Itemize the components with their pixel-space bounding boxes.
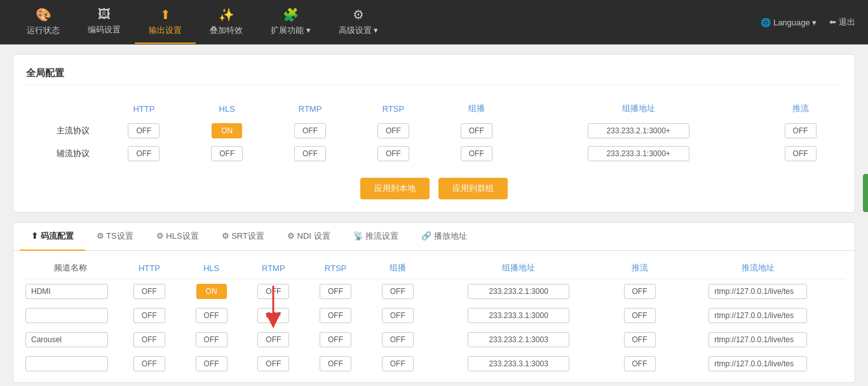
tab-hls-settings[interactable]: ⚙ HLS设置 (145, 223, 210, 251)
ch-rtsp-toggle-3[interactable]: OFF (320, 356, 351, 371)
ch-rtsp-toggle-2[interactable]: OFF (320, 332, 351, 347)
ch-push-url-1[interactable] (709, 308, 807, 323)
ch-push-toggle-2[interactable]: OFF (624, 332, 656, 347)
ch-rtsp-toggle-0[interactable]: OFF (320, 284, 351, 299)
ch-rtmp-toggle-2[interactable]: OFF (257, 332, 289, 347)
ch-col-name: 频道名称 (23, 257, 118, 279)
ch-http-toggle-2[interactable]: OFF (133, 332, 165, 347)
ch-hls-toggle-1[interactable]: OFF (196, 308, 227, 323)
ch-multicast-addr-3[interactable] (468, 356, 569, 371)
ch-rtmp-toggle-1[interactable]: OFF (257, 308, 289, 323)
ch-col-rtsp: RTSP (304, 257, 367, 279)
sub-multicast-addr[interactable] (588, 146, 689, 161)
sub-multicast-toggle[interactable]: OFF (461, 146, 492, 161)
tab-push-settings[interactable]: 📡 推流设置 (342, 223, 410, 251)
channel-name-input-3[interactable] (25, 356, 108, 371)
ch-multicast-toggle-2[interactable]: OFF (382, 332, 414, 347)
sub-rtmp-toggle[interactable]: OFF (294, 146, 326, 161)
tab-bitrate-config[interactable]: ⬆ 码流配置 (20, 223, 85, 251)
sub-push-toggle[interactable]: OFF (785, 146, 817, 161)
ch-col-hls: HLS (180, 257, 243, 279)
signal-tab-icon: 📡 (353, 231, 366, 241)
gear-icon: ⚙ (353, 7, 364, 22)
ch-rtsp-toggle-1[interactable]: OFF (320, 308, 351, 323)
channel-name-input-2[interactable] (25, 332, 108, 347)
table-row: 辅流协议 OFF OFF OFF OFF OFF OFF (26, 142, 842, 165)
table-row: OFFOFFOFFOFFOFFOFF (23, 352, 845, 376)
tab-srt-settings[interactable]: ⚙ SRT设置 (210, 223, 276, 251)
upload-icon: ⬆ (160, 7, 171, 22)
global-protocol-table: HTTP HLS RTMP RTSP 组播 组播地址 推流 主流协议 OFF O… (26, 98, 842, 165)
nav-add-effects[interactable]: ✨ 叠加特效 (196, 1, 257, 44)
sub-rtsp-toggle[interactable]: OFF (377, 146, 409, 161)
main-rtmp-toggle[interactable]: OFF (294, 123, 326, 138)
main-multicast-addr[interactable] (588, 123, 689, 138)
ch-push-toggle-0[interactable]: OFF (624, 284, 656, 299)
tab-ndi-settings[interactable]: ⚙ NDI 设置 (276, 223, 342, 251)
ch-col-http: HTTP (118, 257, 180, 279)
gear-tab-icon-srt: ⚙ (222, 231, 232, 241)
puzzle-icon: 🧩 (283, 7, 299, 22)
channel-table: 频道名称 HTTP HLS RTMP RTSP 组播 组播地址 推流 推流地址 … (23, 257, 845, 376)
sub-hls-toggle[interactable]: OFF (211, 146, 243, 161)
nav-right: 🌐 Language ▾ ⬅ 退出 (761, 17, 855, 28)
ch-http-toggle-0[interactable]: OFF (133, 284, 165, 299)
ch-push-url-2[interactable] (709, 332, 807, 347)
ch-rtmp-toggle-0[interactable]: OFF (257, 284, 289, 299)
link-tab-icon: 🔗 (421, 231, 434, 241)
ch-col-rtmp: RTMP (242, 257, 304, 279)
ch-push-url-0[interactable] (709, 284, 807, 299)
main-multicast-toggle[interactable]: OFF (461, 123, 492, 138)
tab-ts-settings[interactable]: ⚙ TS设置 (85, 223, 145, 251)
image-icon: 🖼 (98, 7, 111, 22)
ch-multicast-addr-2[interactable] (468, 332, 569, 347)
global-config-card: 全局配置 HTTP HLS RTMP RTSP 组播 组播地址 推流 主流协议 (13, 54, 855, 213)
ch-multicast-addr-1[interactable] (468, 308, 569, 323)
channel-name-input-0[interactable] (25, 284, 108, 299)
col-push: 推流 (759, 98, 842, 119)
scrollbar[interactable] (863, 174, 868, 212)
nav-encode-settings[interactable]: 🖼 编码设置 (74, 1, 135, 44)
main-rtsp-toggle[interactable]: OFF (377, 123, 409, 138)
nav-advanced-settings[interactable]: ⚙ 高级设置 ▾ (325, 1, 393, 44)
main-http-toggle[interactable]: OFF (128, 123, 159, 138)
ch-http-toggle-3[interactable]: OFF (133, 356, 165, 371)
ch-rtmp-toggle-3[interactable]: OFF (257, 356, 289, 371)
channel-table-wrap: 频道名称 HTTP HLS RTMP RTSP 组播 组播地址 推流 推流地址 … (13, 251, 855, 382)
ch-push-toggle-3[interactable]: OFF (624, 356, 656, 371)
col-http: HTTP (102, 98, 186, 119)
logout-button[interactable]: ⬅ 退出 (829, 17, 855, 28)
apply-buttons-row: 应用到本地 应用到群组 (26, 178, 842, 199)
ch-col-multicast: 组播 (367, 257, 429, 279)
ch-multicast-addr-0[interactable] (468, 284, 569, 299)
language-button[interactable]: 🌐 Language ▾ (761, 18, 817, 27)
ch-multicast-toggle-3[interactable]: OFF (382, 356, 414, 371)
top-nav: 🎨 运行状态 🖼 编码设置 ⬆ 输出设置 ✨ 叠加特效 🧩 扩展功能 ▾ ⚙ 高… (0, 0, 868, 44)
col-multicast-addr: 组播地址 (518, 98, 759, 119)
ch-push-toggle-1[interactable]: OFF (624, 308, 656, 323)
nav-extend-features[interactable]: 🧩 扩展功能 ▾ (257, 1, 325, 44)
tab-play-url[interactable]: 🔗 播放地址 (410, 223, 478, 251)
nav-run-status[interactable]: 🎨 运行状态 (13, 1, 74, 44)
col-rtmp: RTMP (269, 98, 352, 119)
ch-col-push-url: 推流地址 (670, 257, 845, 279)
tabs-section: ⬆ 码流配置 ⚙ TS设置 ⚙ HLS设置 ⚙ SRT设置 ⚙ NDI 设置 📡 (13, 222, 855, 383)
ch-http-toggle-1[interactable]: OFF (133, 308, 165, 323)
main-hls-toggle[interactable]: ON (212, 123, 242, 138)
channel-name-input-1[interactable] (25, 308, 108, 323)
table-row: 主流协议 OFF ON OFF OFF OFF OFF (26, 119, 842, 142)
ch-hls-toggle-2[interactable]: OFF (196, 332, 227, 347)
ch-hls-toggle-3[interactable]: OFF (196, 356, 227, 371)
apply-local-button[interactable]: 应用到本地 (360, 178, 430, 199)
apply-group-button[interactable]: 应用到群组 (438, 178, 508, 199)
ch-multicast-toggle-1[interactable]: OFF (382, 308, 414, 323)
nav-output-settings[interactable]: ⬆ 输出设置 (135, 1, 196, 44)
ch-multicast-toggle-0[interactable]: OFF (382, 284, 414, 299)
main-push-toggle[interactable]: OFF (785, 123, 817, 138)
gear-tab-icon-ndi: ⚙ (287, 231, 297, 241)
effects-icon: ✨ (219, 7, 234, 22)
main-content: 全局配置 HTTP HLS RTMP RTSP 组播 组播地址 推流 主流协议 (0, 44, 868, 386)
sub-http-toggle[interactable]: OFF (128, 146, 159, 161)
ch-push-url-3[interactable] (709, 356, 807, 371)
ch-hls-toggle-0[interactable]: ON (196, 284, 227, 299)
